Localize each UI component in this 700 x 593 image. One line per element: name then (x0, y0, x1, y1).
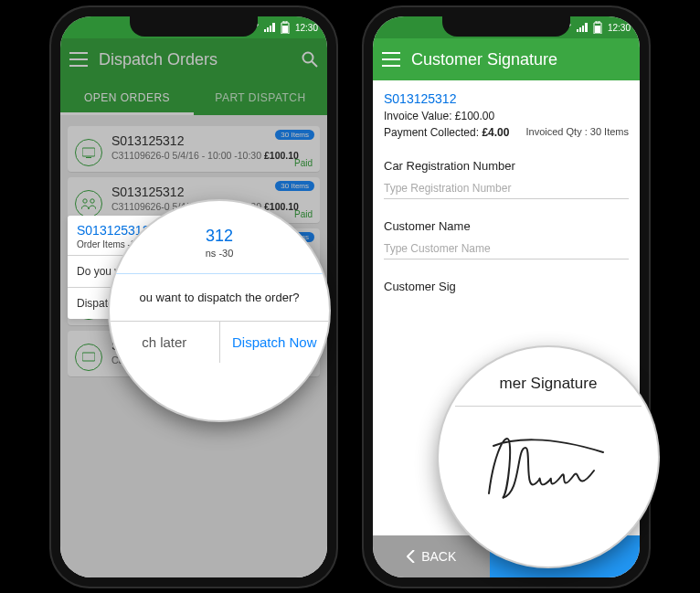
reg-input[interactable]: Type Registration Number (384, 178, 629, 199)
magnifier-dialog: 312 ns -30 ou want to dispatch the order… (110, 201, 329, 420)
page-title: Customer Signature (411, 50, 557, 69)
mag-question: ou want to dispatch the order? (110, 274, 329, 321)
menu-icon[interactable] (382, 52, 400, 67)
signature-canvas[interactable] (439, 407, 658, 535)
signal-icon (264, 23, 275, 32)
name-input[interactable]: Type Customer Name (384, 238, 629, 259)
name-label: Customer Name (384, 219, 629, 233)
mag-items: ns -30 (133, 248, 305, 259)
signature-mark (475, 429, 621, 512)
app-bar: Customer Signature (373, 38, 640, 80)
battery-icon (593, 21, 602, 34)
order-id: S013125312 (384, 91, 629, 106)
svg-rect-0 (282, 26, 288, 33)
invoiced-qty: Invoiced Qty : 30 Items (526, 126, 630, 137)
chevron-left-icon (407, 550, 416, 563)
invoice-value: Invoice Value: £100.00 (384, 110, 629, 122)
phone-notch (130, 15, 258, 37)
mag-order-id: 312 (133, 227, 305, 246)
dispatch-now-button[interactable]: Dispatch Now (220, 322, 330, 363)
mag-actions: ch later Dispatch Now (110, 321, 329, 363)
back-button[interactable]: BACK (373, 535, 490, 577)
reg-label: Car Registration Number (384, 159, 629, 173)
signal-icon (577, 23, 588, 32)
dispatch-later-button[interactable]: ch later (110, 322, 220, 363)
battery-icon (281, 21, 290, 34)
status-time: 12:30 (608, 23, 631, 33)
magnifier-signature: mer Signature (439, 347, 658, 567)
sig-label: Customer Sig (384, 280, 629, 293)
phone-notch (442, 15, 570, 37)
svg-rect-9 (595, 26, 600, 33)
status-time: 12:30 (295, 23, 318, 33)
